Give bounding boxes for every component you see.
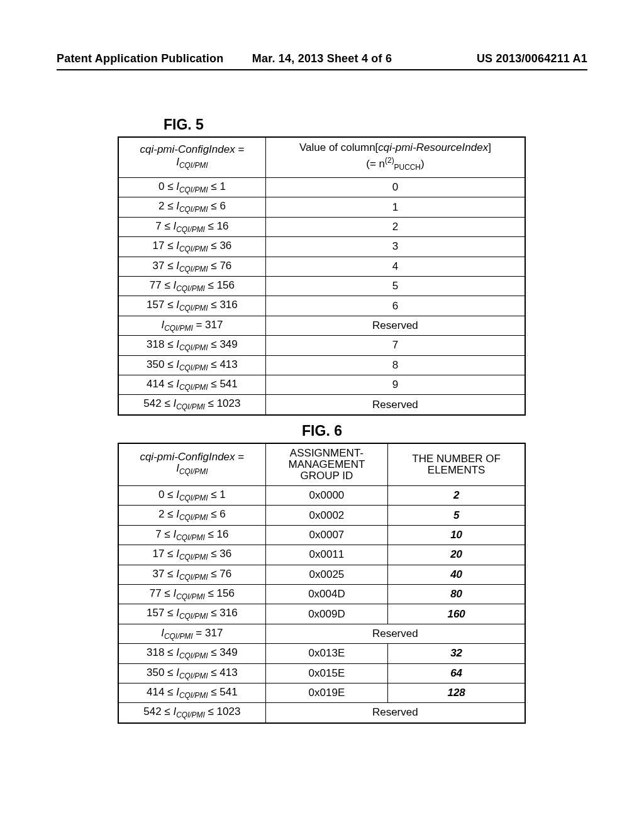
fig6-r3-el: 20 (388, 545, 525, 565)
fig6-table-wrap: cqi-pmi-ConfigIndex = ICQI/PMI ASSIGNMEN… (118, 443, 526, 724)
fig6-r5-range: 77 ≤ ICQI/PMI ≤ 156 (118, 584, 265, 604)
fig6-r10-el: 128 (388, 683, 525, 702)
fig6-r5-gid: 0x004D (265, 584, 388, 604)
fig6-r10-range: 414 ≤ ICQI/PMI ≤ 541 (118, 683, 265, 702)
fig5-r5-val: 5 (265, 277, 525, 296)
fig5-r0-val: 0 (265, 178, 525, 197)
fig6-r1-gid: 0x0002 (265, 506, 388, 525)
fig5-r4-range: 37 ≤ ICQI/PMI ≤ 76 (118, 257, 265, 276)
fig5-table-wrap: cqi-pmi-ConfigIndex = ICQI/PMI Value of … (118, 136, 526, 416)
fig5-r11-range: 542 ≤ ICQI/PMI ≤ 1023 (118, 395, 265, 415)
fig6-header-col3: THE NUMBER OFELEMENTS (388, 443, 525, 486)
fig6-r6-range: 157 ≤ ICQI/PMI ≤ 316 (118, 604, 265, 624)
fig5-r6-range: 157 ≤ ICQI/PMI ≤ 316 (118, 296, 265, 316)
fig5-r3-val: 3 (265, 237, 525, 257)
fig5-r3-range: 17 ≤ ICQI/PMI ≤ 36 (118, 237, 265, 257)
fig6-header-col2: ASSIGNMENT-MANAGEMENTGROUP ID (265, 443, 388, 486)
fig5-r10-range: 414 ≤ ICQI/PMI ≤ 541 (118, 375, 265, 394)
header-right: US 2013/0064211 A1 (477, 52, 587, 65)
fig5-r9-range: 350 ≤ ICQI/PMI ≤ 413 (118, 355, 265, 375)
patent-header: Patent Application Publication Mar. 14, … (57, 50, 587, 70)
fig6-r3-range: 17 ≤ ICQI/PMI ≤ 36 (118, 545, 265, 565)
fig6-r8-gid: 0x013E (265, 644, 388, 663)
fig5-r1-range: 2 ≤ ICQI/PMI ≤ 6 (118, 197, 265, 217)
fig6-r9-el: 64 (388, 663, 525, 683)
fig6-r0-gid: 0x0000 (265, 486, 388, 506)
fig5-r8-val: 7 (265, 336, 525, 355)
fig6-r9-gid: 0x015E (265, 663, 388, 683)
fig6-r6-gid: 0x009D (265, 604, 388, 624)
fig5-r4-val: 4 (265, 257, 525, 276)
fig6-r11-range: 542 ≤ ICQI/PMI ≤ 1023 (118, 703, 265, 723)
fig6-header-col1: cqi-pmi-ConfigIndex = ICQI/PMI (118, 443, 265, 486)
fig6-caption: FIG. 6 (0, 423, 644, 440)
fig5-header-col1: cqi-pmi-ConfigIndex = ICQI/PMI (118, 137, 265, 178)
fig6-r4-el: 40 (388, 565, 525, 584)
fig6-r8-range: 318 ≤ ICQI/PMI ≤ 349 (118, 644, 265, 663)
fig6-r0-range: 0 ≤ ICQI/PMI ≤ 1 (118, 486, 265, 506)
fig6-table: cqi-pmi-ConfigIndex = ICQI/PMI ASSIGNMEN… (118, 443, 526, 724)
fig5-r9-val: 8 (265, 355, 525, 375)
fig5-r8-range: 318 ≤ ICQI/PMI ≤ 349 (118, 336, 265, 355)
fig6-r5-el: 80 (388, 584, 525, 604)
fig6-r6-el: 160 (388, 604, 525, 624)
fig5-table: cqi-pmi-ConfigIndex = ICQI/PMI Value of … (118, 136, 526, 416)
fig6-r4-range: 37 ≤ ICQI/PMI ≤ 76 (118, 565, 265, 584)
fig6-r11-reserved: Reserved (265, 703, 525, 723)
fig6-r3-gid: 0x0011 (265, 545, 388, 565)
fig6-r1-range: 2 ≤ ICQI/PMI ≤ 6 (118, 506, 265, 525)
fig6-r2-el: 10 (388, 525, 525, 545)
fig5-r7-val: Reserved (265, 316, 525, 335)
fig6-r9-range: 350 ≤ ICQI/PMI ≤ 413 (118, 663, 265, 683)
fig5-header-col2: Value of column[cqi-pmi-ResourceIndex] (… (265, 137, 525, 178)
fig6-r7-range: ICQI/PMI = 317 (118, 624, 265, 643)
fig5-r0-range: 0 ≤ ICQI/PMI ≤ 1 (118, 178, 265, 197)
fig5-r11-val: Reserved (265, 395, 525, 415)
page: Patent Application Publication Mar. 14, … (0, 0, 644, 830)
fig5-r5-range: 77 ≤ ICQI/PMI ≤ 156 (118, 277, 265, 296)
fig5-r2-val: 2 (265, 217, 525, 236)
fig6-r2-gid: 0x0007 (265, 525, 388, 545)
fig6-r8-el: 32 (388, 644, 525, 663)
fig6-r7-reserved: Reserved (265, 624, 525, 643)
fig6-r10-gid: 0x019E (265, 683, 388, 702)
fig5-r10-val: 9 (265, 375, 525, 394)
fig6-r4-gid: 0x0025 (265, 565, 388, 584)
fig5-r1-val: 1 (265, 197, 525, 217)
fig6-r0-el: 2 (388, 486, 525, 506)
fig6-r1-el: 5 (388, 506, 525, 525)
fig5-caption: FIG. 5 (164, 116, 644, 133)
fig5-r6-val: 6 (265, 296, 525, 316)
fig6-r2-range: 7 ≤ ICQI/PMI ≤ 16 (118, 525, 265, 545)
fig5-r7-range: ICQI/PMI = 317 (118, 316, 265, 335)
fig5-r2-range: 7 ≤ ICQI/PMI ≤ 16 (118, 217, 265, 236)
